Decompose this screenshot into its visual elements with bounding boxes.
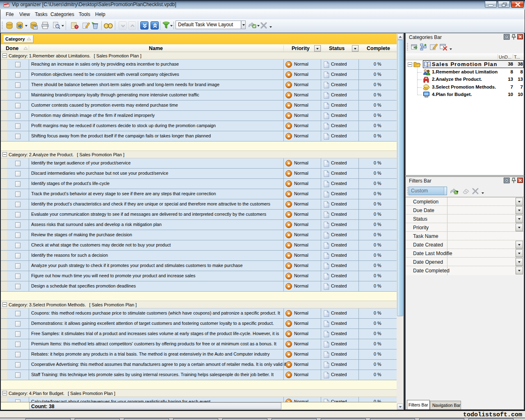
svg-text:?: ?: [75, 25, 78, 29]
